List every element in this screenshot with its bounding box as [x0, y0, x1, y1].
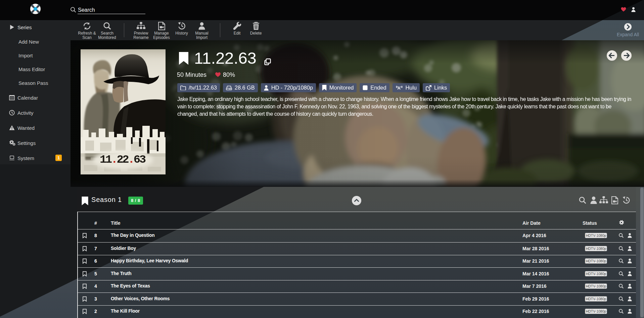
svg-text:A: A — [397, 86, 401, 91]
svg-text:Search: Search — [78, 7, 95, 13]
svg-text:11.22.63: 11.22.63 — [100, 153, 146, 166]
